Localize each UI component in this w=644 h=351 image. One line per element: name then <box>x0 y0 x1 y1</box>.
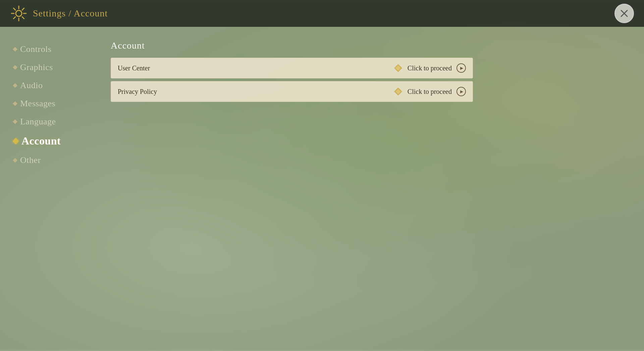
diamond-icon <box>393 63 403 73</box>
privacy-policy-right: Click to proceed <box>393 87 466 96</box>
gear-icon <box>10 5 28 22</box>
close-button[interactable] <box>614 4 634 23</box>
privacy-policy-action: Click to proceed <box>408 88 452 96</box>
dot-icon-active <box>12 138 19 144</box>
sidebar-item-account[interactable]: Account <box>13 131 94 151</box>
user-center-row[interactable]: User Center Click to proceed <box>111 58 473 78</box>
svg-line-6 <box>22 17 24 19</box>
sidebar-item-graphics[interactable]: Graphics <box>13 58 94 76</box>
arrow-right-icon <box>457 87 466 96</box>
arrow-right-icon <box>457 63 466 73</box>
dot-icon <box>13 83 17 88</box>
dot-icon <box>13 101 17 106</box>
main-content: Controls Graphics Audio Messages Languag… <box>0 27 644 351</box>
sidebar-item-other[interactable]: Other <box>13 151 94 169</box>
dot-icon <box>13 119 17 124</box>
svg-point-0 <box>16 10 22 16</box>
content-panel: Account User Center Click to proceed Pri… <box>94 27 644 351</box>
breadcrumb: Settings / Account <box>33 8 108 19</box>
privacy-policy-row[interactable]: Privacy Policy Click to proceed <box>111 81 473 102</box>
user-center-label: User Center <box>118 64 393 72</box>
user-center-action: Click to proceed <box>408 64 452 72</box>
svg-line-5 <box>13 8 15 10</box>
svg-line-8 <box>13 17 15 19</box>
user-center-right: Click to proceed <box>393 63 466 73</box>
sidebar-item-audio[interactable]: Audio <box>13 76 94 95</box>
dot-icon <box>13 65 17 70</box>
sidebar-item-messages[interactable]: Messages <box>13 95 94 113</box>
privacy-policy-label: Privacy Policy <box>118 88 393 96</box>
diamond-icon <box>393 87 403 96</box>
dot-icon <box>13 47 17 52</box>
top-bar: Settings / Account <box>0 0 644 27</box>
svg-line-7 <box>22 8 24 10</box>
section-title: Account <box>111 40 627 51</box>
sidebar-item-controls[interactable]: Controls <box>13 40 94 58</box>
sidebar-item-language[interactable]: Language <box>13 113 94 131</box>
dot-icon <box>13 158 17 163</box>
sidebar: Controls Graphics Audio Messages Languag… <box>0 27 94 351</box>
